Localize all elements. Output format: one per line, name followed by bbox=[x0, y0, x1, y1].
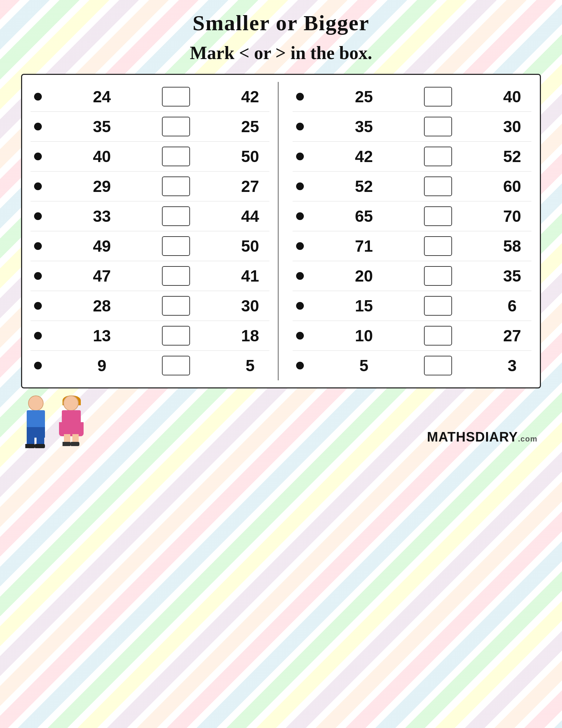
answer-box[interactable] bbox=[424, 356, 452, 375]
right-number-9-2: 3 bbox=[496, 356, 528, 375]
girl-shoe-right bbox=[71, 442, 79, 446]
bullet-icon bbox=[34, 123, 42, 130]
answer-box[interactable] bbox=[162, 206, 190, 226]
answer-box[interactable] bbox=[162, 326, 190, 346]
left-number-2-1: 40 bbox=[86, 147, 118, 166]
answer-box[interactable] bbox=[424, 117, 452, 136]
answer-box[interactable] bbox=[424, 296, 452, 316]
boy-figure bbox=[25, 395, 56, 445]
right-number-1-1: 35 bbox=[348, 117, 380, 136]
table-row: 25 40 bbox=[293, 82, 531, 112]
bullet-icon bbox=[34, 93, 42, 101]
girl-head bbox=[63, 395, 79, 411]
left-number-8-2: 18 bbox=[234, 326, 266, 345]
left-number-0-1: 24 bbox=[86, 87, 118, 106]
table-row: 10 27 bbox=[293, 321, 531, 351]
left-number-6-1: 47 bbox=[86, 266, 118, 285]
table-row: 20 35 bbox=[293, 261, 531, 291]
right-number-7-2: 6 bbox=[496, 296, 528, 315]
bullet-icon bbox=[34, 242, 42, 250]
bullet-icon bbox=[296, 93, 304, 101]
answer-box[interactable] bbox=[424, 266, 452, 286]
bullet-icon bbox=[34, 362, 42, 369]
bullet-icon bbox=[34, 272, 42, 280]
main-container: 24 42 35 25 40 50 29 27 33 44 49 bbox=[21, 74, 541, 388]
boy-shoe-left bbox=[25, 444, 35, 448]
table-row: 33 44 bbox=[31, 201, 269, 231]
left-number-5-2: 50 bbox=[234, 237, 266, 256]
answer-box[interactable] bbox=[424, 87, 452, 107]
answer-box[interactable] bbox=[162, 356, 190, 375]
boy-shoe-right bbox=[35, 444, 45, 448]
left-number-0-2: 42 bbox=[234, 87, 266, 106]
right-number-8-2: 27 bbox=[496, 326, 528, 345]
right-number-5-2: 58 bbox=[496, 237, 528, 256]
girl-shoe-left bbox=[63, 442, 71, 446]
left-number-3-2: 27 bbox=[234, 177, 266, 196]
right-number-4-1: 65 bbox=[348, 207, 380, 226]
right-number-2-2: 52 bbox=[496, 147, 528, 166]
branding-com: .com bbox=[518, 434, 537, 443]
bullet-icon bbox=[34, 212, 42, 220]
answer-box[interactable] bbox=[424, 206, 452, 226]
answer-box[interactable] bbox=[162, 236, 190, 256]
answer-box[interactable] bbox=[424, 176, 452, 196]
answer-box[interactable] bbox=[162, 296, 190, 316]
bullet-icon bbox=[296, 332, 304, 340]
table-row: 5 3 bbox=[293, 351, 531, 380]
table-row: 49 50 bbox=[31, 231, 269, 261]
right-number-6-1: 20 bbox=[348, 266, 380, 285]
boy-body bbox=[27, 410, 45, 429]
right-number-0-2: 40 bbox=[496, 87, 528, 106]
bullet-icon bbox=[296, 362, 304, 369]
right-number-3-2: 60 bbox=[496, 177, 528, 196]
table-row: 28 30 bbox=[31, 291, 269, 321]
right-number-8-1: 10 bbox=[348, 326, 380, 345]
left-number-7-2: 30 bbox=[234, 296, 266, 315]
bullet-icon bbox=[34, 153, 42, 160]
left-number-4-1: 33 bbox=[86, 207, 118, 226]
boy-head bbox=[28, 395, 44, 411]
answer-box[interactable] bbox=[162, 117, 190, 136]
branding: MATHSDIARY.com bbox=[427, 430, 537, 445]
right-number-3-1: 52 bbox=[348, 177, 380, 196]
right-number-2-1: 42 bbox=[348, 147, 380, 166]
bullet-icon bbox=[34, 302, 42, 310]
table-row: 9 5 bbox=[31, 351, 269, 380]
table-row: 13 18 bbox=[31, 321, 269, 351]
answer-box[interactable] bbox=[424, 147, 452, 166]
answer-box[interactable] bbox=[162, 266, 190, 286]
left-number-5-1: 49 bbox=[86, 237, 118, 256]
bullet-icon bbox=[296, 153, 304, 160]
right-number-9-1: 5 bbox=[348, 356, 380, 375]
answer-box[interactable] bbox=[424, 326, 452, 346]
table-row: 47 41 bbox=[31, 261, 269, 291]
branding-diary: DIARY bbox=[475, 430, 518, 444]
left-number-7-1: 28 bbox=[86, 296, 118, 315]
answer-box[interactable] bbox=[162, 176, 190, 196]
left-number-8-1: 13 bbox=[86, 326, 118, 345]
page-title: Smaller or Bigger bbox=[21, 11, 541, 36]
bullet-icon bbox=[296, 302, 304, 310]
answer-box[interactable] bbox=[162, 147, 190, 166]
table-row: 24 42 bbox=[31, 82, 269, 112]
table-row: 52 60 bbox=[293, 172, 531, 201]
left-number-6-2: 41 bbox=[234, 266, 266, 285]
answer-box[interactable] bbox=[162, 87, 190, 107]
page-content: Smaller or Bigger Mark < or > in the box… bbox=[0, 0, 562, 459]
bullet-icon bbox=[296, 212, 304, 220]
table-row: 65 70 bbox=[293, 201, 531, 231]
answer-box[interactable] bbox=[424, 236, 452, 256]
right-number-6-2: 35 bbox=[496, 266, 528, 285]
table-row: 40 50 bbox=[31, 142, 269, 172]
girl-figure bbox=[56, 395, 88, 445]
right-number-5-1: 71 bbox=[348, 237, 380, 256]
left-number-2-2: 50 bbox=[234, 147, 266, 166]
subtitle: Mark < or > in the box. bbox=[21, 43, 541, 63]
bullet-icon bbox=[296, 242, 304, 250]
girl-skirt bbox=[59, 422, 84, 436]
bullet-icon bbox=[34, 332, 42, 340]
right-number-0-1: 25 bbox=[348, 87, 380, 106]
branding-maths: MATHS bbox=[427, 430, 475, 444]
left-number-9-1: 9 bbox=[86, 356, 118, 375]
